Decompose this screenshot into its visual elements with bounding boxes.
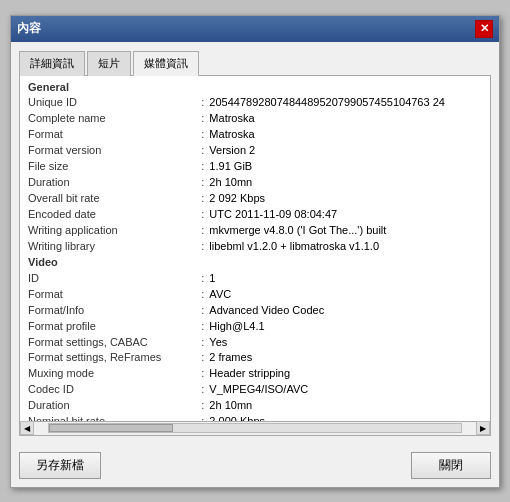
horizontal-scrollbar[interactable]: ◀ ▶ [20, 421, 490, 435]
dialog-close-button[interactable]: 關閉 [411, 452, 491, 479]
row-colon: : [199, 335, 207, 351]
row-colon: : [199, 382, 207, 398]
row-value: 205447892807484489520799057455104763 24 [207, 95, 484, 111]
row-label: Unique ID [26, 95, 199, 111]
row-value: UTC 2011-11-09 08:04:47 [207, 207, 484, 223]
table-row: Encoded date:UTC 2011-11-09 08:04:47 [26, 207, 484, 223]
tab-media-info[interactable]: 媒體資訊 [133, 51, 199, 76]
table-row: Format settings, CABAC:Yes [26, 335, 484, 351]
row-value: 2 092 Kbps [207, 191, 484, 207]
table-row: Format:AVC [26, 287, 484, 303]
info-table: GeneralUnique ID:20544789280748448952079… [26, 80, 484, 421]
row-colon: : [199, 366, 207, 382]
row-value: libebml v1.2.0 + libmatroska v1.1.0 [207, 239, 484, 255]
table-row: Format/Info:Advanced Video Codec [26, 303, 484, 319]
tab-bar: 詳細資訊 短片 媒體資訊 [19, 50, 491, 76]
row-label: Format/Info [26, 303, 199, 319]
row-label: ID [26, 271, 199, 287]
row-colon: : [199, 143, 207, 159]
row-label: Format settings, ReFrames [26, 350, 199, 366]
scroll-right-btn[interactable]: ▶ [476, 421, 490, 435]
row-colon: : [199, 111, 207, 127]
row-value: High@L4.1 [207, 319, 484, 335]
row-label: Overall bit rate [26, 191, 199, 207]
section-header: Video [26, 255, 484, 271]
row-value: 2h 10mn [207, 398, 484, 414]
row-label: Codec ID [26, 382, 199, 398]
row-colon: : [199, 303, 207, 319]
row-value: 2h 10mn [207, 175, 484, 191]
table-row: Duration:2h 10mn [26, 175, 484, 191]
table-row: Format profile:High@L4.1 [26, 319, 484, 335]
table-row: Writing library:libebml v1.2.0 + libmatr… [26, 239, 484, 255]
row-value: mkvmerge v4.8.0 ('I Got The...') built [207, 223, 484, 239]
row-value: Version 2 [207, 143, 484, 159]
row-colon: : [199, 191, 207, 207]
row-label: File size [26, 159, 199, 175]
row-colon: : [199, 398, 207, 414]
bottom-bar: 另存新檔 關閉 [11, 444, 499, 487]
row-label: Duration [26, 398, 199, 414]
row-colon: : [199, 207, 207, 223]
info-scroll-area[interactable]: GeneralUnique ID:20544789280748448952079… [20, 76, 490, 421]
row-colon: : [199, 319, 207, 335]
row-value: Matroska [207, 111, 484, 127]
row-label: Muxing mode [26, 366, 199, 382]
scroll-left-btn[interactable]: ◀ [20, 421, 34, 435]
row-value: V_MPEG4/ISO/AVC [207, 382, 484, 398]
row-label: Duration [26, 175, 199, 191]
row-label: Encoded date [26, 207, 199, 223]
row-label: Format settings, CABAC [26, 335, 199, 351]
row-value: 2 frames [207, 350, 484, 366]
table-row: Format settings, ReFrames:2 frames [26, 350, 484, 366]
table-row: Format version:Version 2 [26, 143, 484, 159]
row-value: Header stripping [207, 366, 484, 382]
row-colon: : [199, 127, 207, 143]
main-window: 內容 ✕ 詳細資訊 短片 媒體資訊 GeneralUnique ID:20544… [10, 15, 500, 488]
save-button[interactable]: 另存新檔 [19, 452, 101, 479]
row-colon: : [199, 159, 207, 175]
row-value: Matroska [207, 127, 484, 143]
row-label: Complete name [26, 111, 199, 127]
row-value: Yes [207, 335, 484, 351]
table-row: Writing application:mkvmerge v4.8.0 ('I … [26, 223, 484, 239]
table-row: Muxing mode:Header stripping [26, 366, 484, 382]
tab-details[interactable]: 詳細資訊 [19, 51, 85, 76]
table-row: Complete name:Matroska [26, 111, 484, 127]
row-label: Format version [26, 143, 199, 159]
table-row: Format:Matroska [26, 127, 484, 143]
row-colon: : [199, 287, 207, 303]
scrollbar-track[interactable] [48, 423, 462, 433]
table-row: Unique ID:205447892807484489520799057455… [26, 95, 484, 111]
close-button[interactable]: ✕ [475, 20, 493, 38]
row-value: AVC [207, 287, 484, 303]
row-colon: : [199, 350, 207, 366]
scrollbar-thumb[interactable] [49, 424, 173, 432]
row-value: 1 [207, 271, 484, 287]
window-title: 內容 [17, 20, 41, 37]
table-row: ID:1 [26, 271, 484, 287]
row-label: Writing library [26, 239, 199, 255]
row-colon: : [199, 239, 207, 255]
table-row: Codec ID:V_MPEG4/ISO/AVC [26, 382, 484, 398]
table-row: File size:1.91 GiB [26, 159, 484, 175]
row-label: Format [26, 127, 199, 143]
content-area: 詳細資訊 短片 媒體資訊 GeneralUnique ID:2054478928… [11, 42, 499, 444]
table-row: Overall bit rate:2 092 Kbps [26, 191, 484, 207]
row-label: Writing application [26, 223, 199, 239]
row-label: Format profile [26, 319, 199, 335]
tab-content: GeneralUnique ID:20544789280748448952079… [19, 76, 491, 436]
row-colon: : [199, 271, 207, 287]
section-header: General [26, 80, 484, 96]
row-value: 1.91 GiB [207, 159, 484, 175]
row-colon: : [199, 175, 207, 191]
row-value: Advanced Video Codec [207, 303, 484, 319]
tab-short[interactable]: 短片 [87, 51, 131, 76]
row-colon: : [199, 223, 207, 239]
table-row: Duration:2h 10mn [26, 398, 484, 414]
row-label: Format [26, 287, 199, 303]
row-colon: : [199, 95, 207, 111]
title-bar: 內容 ✕ [11, 16, 499, 42]
